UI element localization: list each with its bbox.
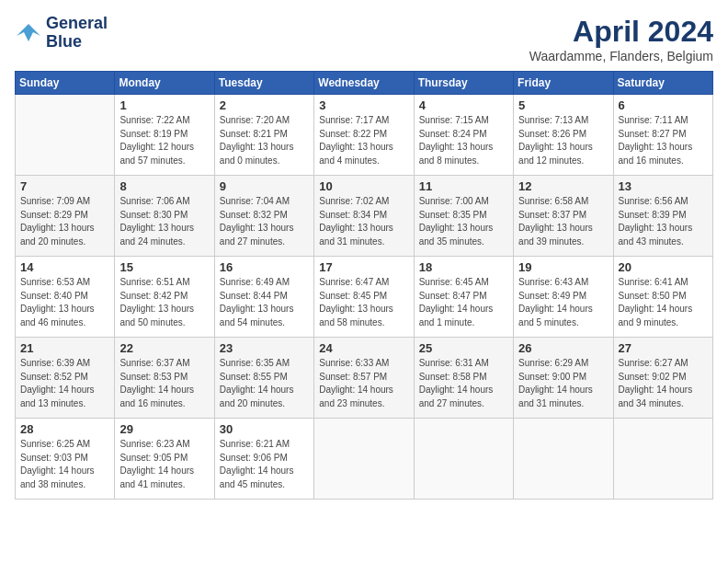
calendar-week-3: 14Sunrise: 6:53 AM Sunset: 8:40 PM Dayli… xyxy=(16,257,713,338)
calendar-cell: 25Sunrise: 6:31 AM Sunset: 8:58 PM Dayli… xyxy=(414,338,513,419)
calendar-cell: 9Sunrise: 7:04 AM Sunset: 8:32 PM Daylig… xyxy=(214,176,313,257)
day-number: 6 xyxy=(619,98,708,112)
day-number: 24 xyxy=(319,341,408,355)
logo-line2: Blue xyxy=(46,33,108,52)
calendar-cell xyxy=(314,419,414,500)
col-thursday: Thursday xyxy=(414,72,513,95)
day-info: Sunrise: 7:02 AM Sunset: 8:34 PM Dayligh… xyxy=(319,195,408,248)
col-saturday: Saturday xyxy=(613,72,712,95)
calendar-cell: 17Sunrise: 6:47 AM Sunset: 8:45 PM Dayli… xyxy=(314,257,414,338)
day-number: 13 xyxy=(619,179,708,193)
day-number: 21 xyxy=(20,341,109,355)
day-info: Sunrise: 6:47 AM Sunset: 8:45 PM Dayligh… xyxy=(319,276,408,329)
day-number: 27 xyxy=(619,341,708,355)
col-friday: Friday xyxy=(514,72,613,95)
calendar-cell: 16Sunrise: 6:49 AM Sunset: 8:44 PM Dayli… xyxy=(214,257,313,338)
calendar-week-1: 1Sunrise: 7:22 AM Sunset: 8:19 PM Daylig… xyxy=(16,95,713,176)
day-info: Sunrise: 6:41 AM Sunset: 8:50 PM Dayligh… xyxy=(619,276,708,329)
day-info: Sunrise: 6:23 AM Sunset: 9:05 PM Dayligh… xyxy=(119,438,209,491)
day-number: 3 xyxy=(319,98,408,112)
day-number: 15 xyxy=(119,260,209,274)
day-number: 28 xyxy=(20,422,109,436)
calendar-week-2: 7Sunrise: 7:09 AM Sunset: 8:29 PM Daylig… xyxy=(16,176,713,257)
day-number: 26 xyxy=(518,341,608,355)
subtitle: Waardamme, Flanders, Belgium xyxy=(529,49,713,63)
calendar-cell: 12Sunrise: 6:58 AM Sunset: 8:37 PM Dayli… xyxy=(514,176,613,257)
logo-icon xyxy=(15,19,42,47)
calendar-cell: 2Sunrise: 7:20 AM Sunset: 8:21 PM Daylig… xyxy=(214,95,313,176)
calendar-cell: 1Sunrise: 7:22 AM Sunset: 8:19 PM Daylig… xyxy=(115,95,214,176)
calendar-cell: 20Sunrise: 6:41 AM Sunset: 8:50 PM Dayli… xyxy=(613,257,712,338)
day-number: 5 xyxy=(518,98,608,112)
day-info: Sunrise: 7:04 AM Sunset: 8:32 PM Dayligh… xyxy=(220,195,309,248)
day-number: 12 xyxy=(518,179,608,193)
day-number: 23 xyxy=(220,341,309,355)
calendar-cell: 21Sunrise: 6:39 AM Sunset: 8:52 PM Dayli… xyxy=(16,338,115,419)
calendar-cell xyxy=(514,419,613,500)
header-row: Sunday Monday Tuesday Wednesday Thursday… xyxy=(16,72,713,95)
day-info: Sunrise: 7:20 AM Sunset: 8:21 PM Dayligh… xyxy=(220,114,309,167)
calendar-cell: 23Sunrise: 6:35 AM Sunset: 8:55 PM Dayli… xyxy=(214,338,313,419)
day-number: 22 xyxy=(119,341,209,355)
calendar-cell: 26Sunrise: 6:29 AM Sunset: 9:00 PM Dayli… xyxy=(514,338,613,419)
main-title: April 2024 xyxy=(529,15,713,49)
day-info: Sunrise: 7:17 AM Sunset: 8:22 PM Dayligh… xyxy=(319,114,408,167)
day-number: 18 xyxy=(419,260,508,274)
day-info: Sunrise: 6:31 AM Sunset: 8:58 PM Dayligh… xyxy=(419,357,508,410)
calendar-cell xyxy=(16,95,115,176)
svg-marker-0 xyxy=(17,24,40,41)
day-number: 11 xyxy=(419,179,508,193)
calendar-cell xyxy=(613,419,712,500)
day-number: 16 xyxy=(220,260,309,274)
day-info: Sunrise: 7:00 AM Sunset: 8:35 PM Dayligh… xyxy=(419,195,508,248)
calendar-cell: 19Sunrise: 6:43 AM Sunset: 8:49 PM Dayli… xyxy=(514,257,613,338)
title-block: April 2024 Waardamme, Flanders, Belgium xyxy=(529,15,713,63)
calendar-cell: 15Sunrise: 6:51 AM Sunset: 8:42 PM Dayli… xyxy=(115,257,214,338)
day-info: Sunrise: 7:06 AM Sunset: 8:30 PM Dayligh… xyxy=(119,195,209,248)
day-info: Sunrise: 6:39 AM Sunset: 8:52 PM Dayligh… xyxy=(20,357,109,410)
day-info: Sunrise: 6:35 AM Sunset: 8:55 PM Dayligh… xyxy=(220,357,309,410)
day-info: Sunrise: 6:49 AM Sunset: 8:44 PM Dayligh… xyxy=(220,276,309,329)
col-monday: Monday xyxy=(115,72,214,95)
day-number: 25 xyxy=(419,341,508,355)
day-number: 8 xyxy=(119,179,209,193)
calendar-cell: 5Sunrise: 7:13 AM Sunset: 8:26 PM Daylig… xyxy=(514,95,613,176)
col-tuesday: Tuesday xyxy=(214,72,313,95)
calendar-cell: 28Sunrise: 6:25 AM Sunset: 9:03 PM Dayli… xyxy=(16,419,115,500)
logo-line1: General xyxy=(46,15,108,33)
day-number: 29 xyxy=(119,422,209,436)
col-wednesday: Wednesday xyxy=(314,72,414,95)
day-info: Sunrise: 6:53 AM Sunset: 8:40 PM Dayligh… xyxy=(20,276,109,329)
day-info: Sunrise: 6:33 AM Sunset: 8:57 PM Dayligh… xyxy=(319,357,408,410)
calendar-cell: 7Sunrise: 7:09 AM Sunset: 8:29 PM Daylig… xyxy=(16,176,115,257)
calendar-week-4: 21Sunrise: 6:39 AM Sunset: 8:52 PM Dayli… xyxy=(16,338,713,419)
page-header: General Blue April 2024 Waardamme, Fland… xyxy=(15,15,713,63)
calendar-cell: 14Sunrise: 6:53 AM Sunset: 8:40 PM Dayli… xyxy=(16,257,115,338)
day-number: 17 xyxy=(319,260,408,274)
day-info: Sunrise: 6:43 AM Sunset: 8:49 PM Dayligh… xyxy=(518,276,608,329)
day-info: Sunrise: 6:56 AM Sunset: 8:39 PM Dayligh… xyxy=(619,195,708,248)
calendar-cell xyxy=(414,419,513,500)
calendar-cell: 27Sunrise: 6:27 AM Sunset: 9:02 PM Dayli… xyxy=(613,338,712,419)
day-number: 10 xyxy=(319,179,408,193)
day-number: 9 xyxy=(220,179,309,193)
day-info: Sunrise: 6:51 AM Sunset: 8:42 PM Dayligh… xyxy=(119,276,209,329)
calendar-cell: 3Sunrise: 7:17 AM Sunset: 8:22 PM Daylig… xyxy=(314,95,414,176)
calendar-cell: 6Sunrise: 7:11 AM Sunset: 8:27 PM Daylig… xyxy=(613,95,712,176)
day-number: 2 xyxy=(220,98,309,112)
day-number: 4 xyxy=(419,98,508,112)
day-info: Sunrise: 6:21 AM Sunset: 9:06 PM Dayligh… xyxy=(220,438,309,491)
calendar-cell: 24Sunrise: 6:33 AM Sunset: 8:57 PM Dayli… xyxy=(314,338,414,419)
calendar-cell: 13Sunrise: 6:56 AM Sunset: 8:39 PM Dayli… xyxy=(613,176,712,257)
calendar-cell: 10Sunrise: 7:02 AM Sunset: 8:34 PM Dayli… xyxy=(314,176,414,257)
day-number: 14 xyxy=(20,260,109,274)
logo: General Blue xyxy=(15,15,108,52)
calendar-cell: 22Sunrise: 6:37 AM Sunset: 8:53 PM Dayli… xyxy=(115,338,214,419)
day-info: Sunrise: 7:15 AM Sunset: 8:24 PM Dayligh… xyxy=(419,114,508,167)
day-number: 30 xyxy=(220,422,309,436)
calendar-cell: 18Sunrise: 6:45 AM Sunset: 8:47 PM Dayli… xyxy=(414,257,513,338)
calendar-cell: 29Sunrise: 6:23 AM Sunset: 9:05 PM Dayli… xyxy=(115,419,214,500)
calendar-cell: 8Sunrise: 7:06 AM Sunset: 8:30 PM Daylig… xyxy=(115,176,214,257)
day-info: Sunrise: 6:29 AM Sunset: 9:00 PM Dayligh… xyxy=(518,357,608,410)
day-number: 19 xyxy=(518,260,608,274)
